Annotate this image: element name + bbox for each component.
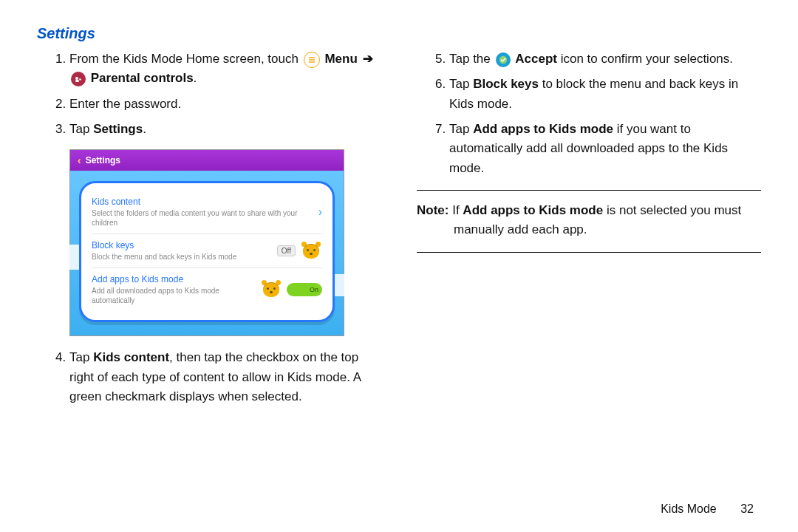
footer-section: Kids Mode — [661, 502, 717, 515]
step-6: Tap Block keys to block the menu and bac… — [449, 75, 761, 114]
svg-point-4 — [79, 78, 81, 81]
section-heading: Settings — [37, 25, 761, 42]
svg-rect-5 — [75, 80, 79, 82]
step-6-bold: Block keys — [473, 77, 539, 91]
step-4: Tap Kids content, then tap the checkbox … — [69, 348, 381, 406]
row-desc: Select the folders of media content you … — [92, 208, 311, 228]
step-3: Tap Settings. — [69, 120, 381, 139]
note-bold: Add apps to Kids mode — [463, 203, 603, 217]
arrow-icon: ➔ — [363, 50, 373, 69]
lion-icon — [260, 280, 282, 299]
toggle-add-apps[interactable]: On — [260, 280, 322, 299]
step-3-bold: Settings — [93, 122, 143, 136]
lion-icon — [300, 242, 322, 261]
step-6-pre: Tap — [449, 77, 473, 91]
screenshot-body: Kids content Select the folders of media… — [70, 171, 344, 335]
accept-icon — [496, 52, 511, 67]
step-7: Tap Add apps to Kids mode if you want to… — [449, 120, 761, 178]
screenshot-title: Settings — [86, 155, 120, 166]
step-7-pre: Tap — [449, 122, 473, 136]
note-label: Note: — [417, 203, 449, 217]
divider — [417, 190, 761, 191]
accept-label: Accept — [515, 52, 557, 66]
switch-on: On — [287, 283, 322, 296]
step-5: Tap the Accept icon to confirm your sele… — [449, 50, 761, 69]
row-title: Block keys — [92, 240, 270, 250]
note-tail1: is not selected you must — [603, 203, 741, 217]
back-chevron-icon[interactable]: ‹ — [78, 154, 81, 166]
settings-panel: Kids content Select the folders of media… — [79, 181, 335, 322]
menu-label: Menu — [324, 52, 357, 66]
page-footer: Kids Mode 32 — [661, 502, 754, 516]
step-2: Enter the password. — [69, 95, 381, 114]
step-4-bold: Kids content — [93, 350, 169, 364]
step-4-pre: Tap — [69, 350, 93, 364]
note-tail2: manually add each app. — [454, 220, 761, 239]
parental-icon — [71, 72, 86, 86]
menu-icon — [304, 52, 320, 68]
screenshot-titlebar: ‹ Settings — [70, 150, 344, 171]
parental-controls-label: Parental controls — [91, 71, 194, 85]
chevron-right-icon: › — [318, 205, 322, 219]
step-5-pre: Tap the — [449, 52, 491, 66]
note-block: Note: If Add apps to Kids mode is not se… — [417, 201, 761, 240]
two-column-layout: From the Kids Mode Home screen, touch Me… — [37, 50, 761, 412]
step-list-left: From the Kids Mode Home screen, touch Me… — [37, 50, 381, 139]
toggle-off-label: Off — [277, 245, 296, 256]
note-if: If — [449, 203, 463, 217]
kids-settings-screenshot: ‹ Settings Kids content Select the folde… — [69, 149, 344, 336]
step-1-text-a: From the Kids Mode Home screen, touch — [69, 52, 299, 66]
toggle-block-keys[interactable]: Off — [277, 242, 322, 261]
step-list-right: Tap the Accept icon to confirm your sele… — [417, 50, 761, 178]
step-7-bold: Add apps to Kids mode — [473, 122, 613, 136]
row-block-keys[interactable]: Block keys Block the menu and back keys … — [92, 233, 322, 267]
step-5-tail: icon to confirm your selections. — [557, 52, 733, 66]
step-1: From the Kids Mode Home screen, touch Me… — [69, 50, 381, 89]
row-title: Add apps to Kids mode — [92, 274, 253, 284]
row-kids-content[interactable]: Kids content Select the folders of media… — [92, 191, 322, 233]
step-3-pre: Tap — [69, 122, 93, 136]
row-title: Kids content — [92, 197, 311, 207]
left-column: From the Kids Mode Home screen, touch Me… — [37, 50, 381, 412]
row-add-apps[interactable]: Add apps to Kids mode Add all downloaded… — [92, 267, 322, 311]
divider — [417, 252, 761, 253]
row-desc: Add all downloaded apps to Kids mode aut… — [92, 286, 253, 305]
footer-page-number: 32 — [740, 502, 754, 515]
row-desc: Block the menu and back keys in Kids mod… — [92, 252, 270, 262]
svg-point-3 — [75, 77, 78, 80]
step-list-left-continued: Tap Kids content, then tap the checkbox … — [37, 348, 381, 406]
right-column: Tap the Accept icon to confirm your sele… — [417, 50, 761, 412]
